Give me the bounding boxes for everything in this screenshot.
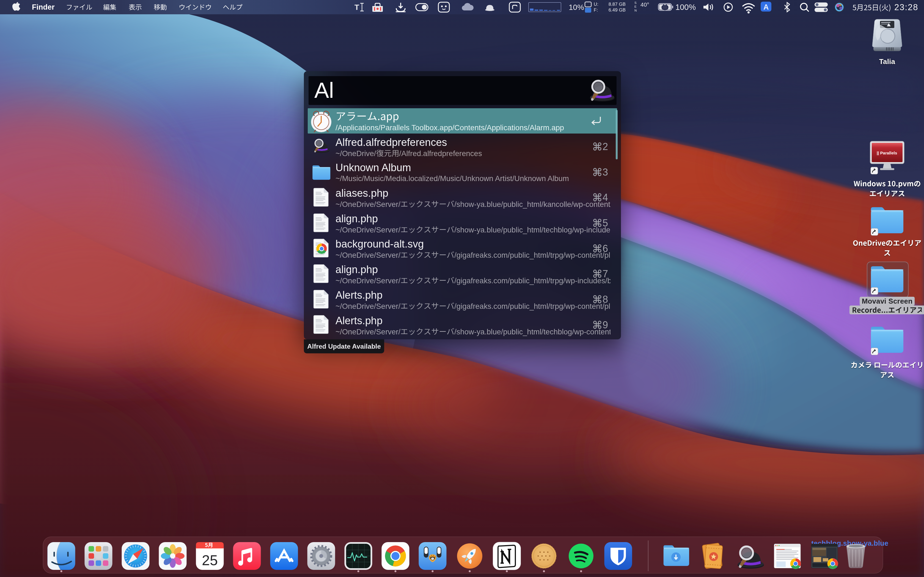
svg-text:10%: 10% [569,3,584,11]
svg-text:Finder: Finder [32,3,55,11]
svg-text:U:: U: [594,2,598,7]
svg-text:6.49 GB: 6.49 GB [609,7,626,13]
svg-text:N: N [635,9,636,12]
svg-text:8.87 GB: 8.87 GB [609,2,626,7]
svg-text:F:: F: [594,7,598,13]
svg-text:25: 25 [202,552,218,568]
svg-text:|| Parallels: || Parallels [877,151,897,155]
svg-text:100%: 100% [675,3,696,11]
svg-text:40°: 40° [640,2,649,8]
svg-text:A: A [763,3,769,11]
svg-text:S: S [635,1,636,5]
svg-text:E: E [635,5,636,8]
svg-text:23:28: 23:28 [894,2,919,12]
svg-text:T: T [354,3,359,11]
